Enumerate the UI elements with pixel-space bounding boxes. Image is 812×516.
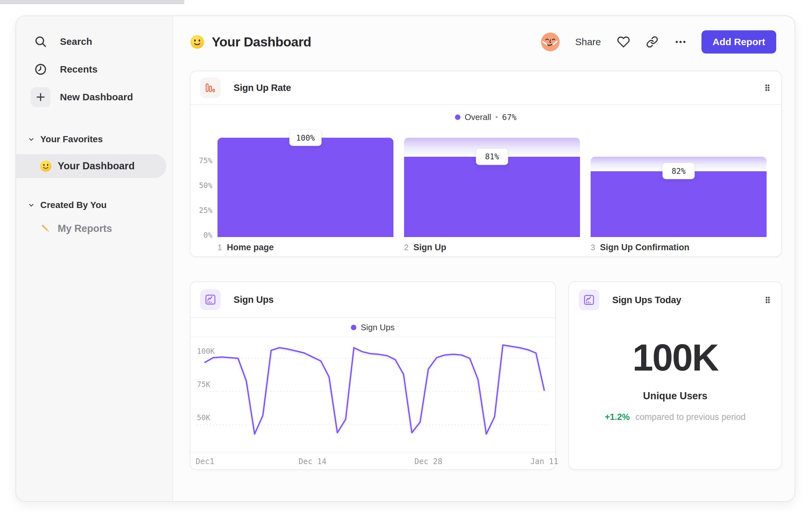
sidebar-item-label: My Reports: [58, 223, 112, 235]
metric-value: 100K: [569, 336, 781, 379]
sidebar: Search Recents New Dashboard: [16, 16, 173, 501]
funnel-step-home-page[interactable]: 100% 1 Home page: [218, 138, 394, 252]
sidebar-item-label: New Dashboard: [60, 91, 133, 103]
sign-up-rate-card: Sign Up Rate Overall • 67% 75%50%25%0% 1…: [190, 71, 782, 257]
card-title: Sign Ups: [234, 294, 273, 305]
share-button[interactable]: Share: [575, 36, 601, 47]
created-by-you-section-header[interactable]: Created By You: [16, 196, 172, 214]
card-title: Sign Up Rate: [234, 83, 291, 93]
card-title: Sign Ups Today: [612, 295, 681, 305]
sidebar-item-your-dashboard[interactable]: Your Dashboard: [16, 154, 166, 178]
sign-ups-card: Sign Ups Sign Ups 100K75K50K Dec1Dec 14D…: [190, 281, 556, 470]
card-header: Sign Ups: [191, 282, 555, 318]
add-report-button[interactable]: Add Report: [701, 30, 776, 54]
sidebar-section-created-by-you: Created By You My Reports: [16, 196, 172, 241]
search-icon: [33, 34, 48, 49]
line-legend: Sign Ups: [191, 318, 555, 337]
page-title: Your Dashboard: [212, 34, 311, 50]
sidebar-item-recents[interactable]: Recents: [16, 55, 172, 83]
funnel-step-sign-up[interactable]: 81% 2 Sign Up: [404, 138, 580, 252]
smiley-emoji-icon: [190, 34, 205, 49]
funnel-chart: 100% 1 Home page 81% 2 Sign Up: [218, 138, 766, 252]
metric-caption: Unique Users: [569, 390, 781, 402]
card-header: Sign Up Rate: [191, 71, 781, 105]
sign-ups-line-chart[interactable]: 100K75K50K: [191, 337, 556, 452]
clock-icon: [33, 62, 48, 76]
favorite-heart-button[interactable]: [617, 35, 630, 48]
sidebar-section-favorites: Your Favorites Your Dashboard: [16, 130, 172, 178]
conversion-badge: 100%: [289, 130, 322, 146]
favorites-section-header[interactable]: Your Favorites: [16, 130, 172, 148]
sidebar-item-new-dashboard[interactable]: New Dashboard: [16, 83, 172, 111]
conversion-badge: 82%: [663, 163, 695, 179]
svg-text:100K: 100K: [197, 347, 215, 355]
step-number: 1: [218, 243, 222, 252]
legend-dot: [455, 114, 460, 120]
user-avatar[interactable]: [541, 33, 560, 51]
card-header: Sign Ups Today: [569, 282, 781, 318]
chevron-down-icon: [28, 136, 35, 143]
sidebar-item-label: Recents: [60, 64, 98, 75]
funnel-bar: [218, 138, 394, 237]
smiley-emoji-icon: [39, 160, 52, 172]
line-chart-icon: [579, 290, 599, 310]
page-header: Your Dashboard Share: [190, 30, 776, 54]
step-number: 3: [591, 243, 595, 252]
link-icon: [646, 36, 658, 48]
svg-text:50K: 50K: [197, 413, 210, 422]
step-label: Home page: [227, 243, 274, 252]
drag-handle-icon[interactable]: [763, 84, 772, 92]
delta-percent: +1.2%: [605, 412, 630, 422]
sidebar-item-label: Your Dashboard: [58, 160, 135, 172]
copy-link-button[interactable]: [646, 36, 658, 48]
section-label: Created By You: [40, 200, 107, 210]
background-window-artifact: [0, 0, 184, 4]
svg-text:75K: 75K: [197, 380, 210, 389]
plus-icon: [31, 87, 51, 107]
funnel-y-axis: 75%50%25%0%: [191, 138, 212, 237]
chevron-down-icon: [28, 201, 35, 209]
funnel-bar: [591, 171, 766, 237]
funnel-bar-chart-icon: [200, 77, 221, 98]
metric-delta: +1.2% compared to previous period: [569, 412, 781, 422]
step-label: Sign Up Confirmation: [600, 243, 689, 252]
step-number: 2: [404, 243, 409, 252]
sidebar-item-my-reports[interactable]: My Reports: [16, 217, 172, 241]
main-content: Your Dashboard Share: [173, 16, 794, 501]
line-x-axis: Dec1Dec 14Dec 28Jan 11: [191, 452, 555, 470]
delta-note: compared to previous period: [635, 412, 746, 422]
sign-ups-today-card: Sign Ups Today 100K Unique Users +1.2% c…: [569, 281, 782, 470]
sidebar-item-label: Search: [60, 36, 92, 47]
funnel-legend: Overall • 67%: [191, 110, 781, 124]
conversion-badge: 81%: [476, 148, 508, 165]
section-label: Your Favorites: [40, 134, 103, 144]
legend-dot: [351, 325, 356, 330]
heart-icon: [617, 35, 630, 48]
funnel-bar: [404, 157, 580, 237]
line-chart-icon: [200, 289, 221, 310]
step-label: Sign Up: [413, 243, 446, 252]
ellipsis-icon: [674, 36, 687, 48]
more-options-button[interactable]: [674, 36, 687, 48]
pencil-emoji-icon: [39, 222, 52, 235]
app-window: Search Recents New Dashboard: [16, 16, 795, 502]
sidebar-item-search[interactable]: Search: [16, 28, 172, 55]
funnel-step-sign-up-confirmation[interactable]: 82% 3 Sign Up Confirmation: [591, 138, 766, 252]
drag-handle-icon[interactable]: [763, 296, 772, 304]
